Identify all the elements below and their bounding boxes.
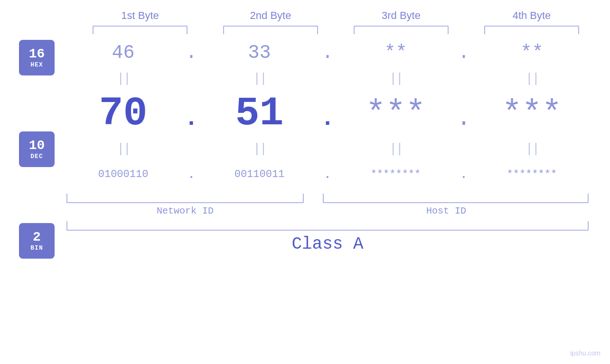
bin-badge: 2 BIN (19, 223, 55, 259)
bin-data-row: 01000110 . 00110011 . ******** . (66, 158, 589, 191)
dec-badge-number: 10 (29, 139, 45, 153)
watermark: ipshu.com (570, 349, 601, 357)
byte3-header: 3rd Byte (349, 9, 453, 22)
eq1-b4: || (475, 69, 589, 88)
byte1-header: 1st Byte (88, 9, 192, 22)
top-brackets (75, 26, 597, 34)
bin-b4-value: ******** (507, 158, 557, 191)
hex-b4-cell: ** (475, 37, 589, 70)
bin-b2-value: 00110011 (235, 158, 285, 191)
eq1-b3: || (339, 69, 452, 88)
class-label: Class A (66, 234, 589, 254)
bin-b3-value: ******** (371, 158, 421, 191)
data-content: 46 . 33 . ** . ** (66, 34, 610, 364)
hex-badge-label: HEX (30, 61, 43, 68)
class-bracket (66, 221, 589, 231)
bracket-b1 (93, 26, 188, 34)
hex-b3-cell: ** (339, 37, 452, 70)
byte2-header: 2nd Byte (218, 9, 323, 22)
dec-b3-cell: *** (339, 88, 452, 140)
dec-b1-cell: 70 (66, 88, 180, 140)
dec-b4-cell: *** (475, 88, 589, 140)
dec-dot2: . (316, 88, 339, 140)
eq1-b1: || (66, 69, 180, 88)
dec-dot3: . (452, 88, 475, 140)
bottom-bracket-row (66, 194, 589, 203)
byte-headers: 1st Byte 2nd Byte 3rd Byte 4th Byte (75, 9, 597, 22)
bin-b3-cell: ******** (339, 158, 452, 191)
dec-b2-cell: 51 (203, 88, 316, 140)
host-bracket (323, 194, 589, 203)
hex-b1-value: 46 (112, 37, 135, 70)
network-id-label: Network ID (66, 205, 304, 216)
hex-b1-cell: 46 (66, 37, 180, 70)
host-id-label: Host ID (304, 205, 589, 216)
bin-b1-cell: 01000110 (66, 158, 180, 191)
dec-b4-value: *** (502, 88, 562, 140)
dec-badge: 10 DEC (19, 131, 55, 167)
eq2-b2: || (203, 140, 316, 159)
eq2-b4: || (475, 140, 589, 159)
dec-b3-value: *** (366, 88, 425, 140)
dec-b1-value: 70 (99, 88, 148, 140)
hex-b2-value: 33 (248, 37, 271, 70)
dec-data-row: 70 . 51 . *** . *** (66, 88, 589, 140)
hex-b4-value: ** (520, 37, 543, 70)
hex-badge: 16 HEX (19, 40, 55, 75)
equals-row-2: || || || || (66, 140, 589, 158)
class-bracket-container: Class A (66, 221, 589, 254)
byte4-header: 4th Byte (479, 9, 584, 22)
equals-row-1: || || || || (66, 70, 589, 88)
hex-dot2: . (316, 37, 339, 70)
hex-badge-number: 16 (29, 47, 45, 62)
bracket-b3 (354, 26, 449, 34)
id-labels-row: Network ID Host ID (66, 205, 589, 216)
eq1-b2: || (203, 69, 316, 88)
bin-b1-value: 01000110 (98, 158, 149, 191)
bin-dot2: . (316, 158, 339, 191)
bin-badge-label: BIN (30, 244, 43, 252)
bracket-b4 (484, 26, 579, 34)
eq2-b3: || (339, 140, 452, 159)
bin-dot1: . (180, 158, 203, 191)
dec-b2-value: 51 (235, 88, 284, 140)
hex-b3-value: ** (384, 37, 407, 70)
bin-dot3: . (452, 158, 475, 191)
badge-column: 16 HEX 10 DEC 2 BIN (0, 34, 66, 364)
eq2-b1: || (66, 140, 180, 159)
main-container: 1st Byte 2nd Byte 3rd Byte 4th Byte 16 H… (0, 0, 610, 364)
data-layout: 16 HEX 10 DEC 2 BIN (0, 34, 610, 364)
hex-data-row: 46 . 33 . ** . ** (66, 37, 589, 70)
dec-badge-label: DEC (30, 153, 43, 160)
bin-b2-cell: 00110011 (203, 158, 316, 191)
bracket-b2 (223, 26, 318, 34)
dec-dot1: . (180, 88, 203, 140)
bin-badge-number: 2 (33, 230, 41, 245)
hex-b2-cell: 33 (203, 37, 316, 70)
hex-dot3: . (452, 37, 475, 70)
hex-dot1: . (180, 37, 203, 70)
network-bracket (66, 194, 304, 203)
bin-b4-cell: ******** (475, 158, 589, 191)
